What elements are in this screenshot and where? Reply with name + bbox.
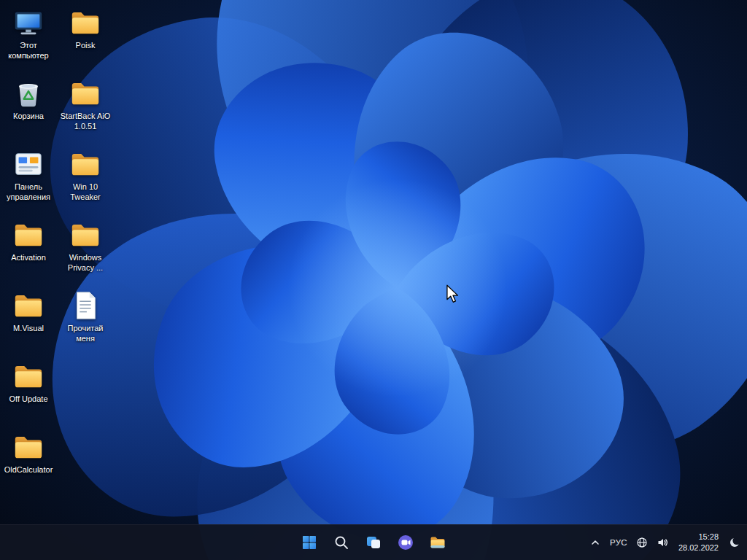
desktop-icon-activation[interactable]: Activation <box>0 217 57 287</box>
desktop-icon-win10-tweaker[interactable]: Win 10 Tweaker <box>57 146 114 217</box>
folder-icon <box>69 77 102 110</box>
volume-icon <box>657 537 668 548</box>
desktop-icon-readme[interactable]: Прочитай меня <box>57 287 114 358</box>
desktop-icon-label: Корзина <box>13 112 44 122</box>
folder-icon <box>69 147 102 181</box>
volume-button[interactable] <box>653 528 672 557</box>
desktop-icon-recycle-bin[interactable]: Корзина <box>0 75 57 146</box>
desktop-icon-off-update[interactable]: Off Update <box>0 358 57 429</box>
task-view-button[interactable] <box>359 528 388 557</box>
desktop-icon-label: OldCalculator <box>4 465 53 475</box>
tray-date: 28.02.2022 <box>678 542 719 553</box>
folder-icon <box>12 359 45 393</box>
taskbar: РУС 15:28 28.02.2022 <box>0 524 747 560</box>
desktop-icon-startback-aio[interactable]: StartBack AiO 1.0.51 <box>57 75 114 146</box>
windows-start-icon <box>301 534 318 551</box>
desktop-icon-label: M.Visual <box>13 324 44 334</box>
desktop-icon-label: Windows Privacy ... <box>58 253 112 273</box>
desktop-icon-label: Off Update <box>9 394 48 405</box>
control-panel-icon <box>12 147 45 181</box>
chat-icon <box>397 534 414 551</box>
desktop-icon-windows-privacy[interactable]: Windows Privacy ... <box>57 217 114 287</box>
search-button[interactable] <box>327 528 356 557</box>
desktop-icon-label: Этот компьютер <box>1 41 55 61</box>
chevron-up-icon <box>589 537 601 548</box>
network-button[interactable] <box>632 528 651 557</box>
desktop-icon-this-pc[interactable]: Этот компьютер <box>0 4 57 75</box>
folder-icon <box>12 430 45 464</box>
desktop-icon-poisk[interactable]: Poisk <box>57 4 114 75</box>
language-indicator[interactable]: РУС <box>606 528 631 557</box>
file-explorer-button[interactable] <box>423 528 452 557</box>
desktop-icon-label: Прочитай меня <box>58 324 112 344</box>
moon-icon <box>729 537 740 548</box>
folder-icon <box>12 289 45 322</box>
desktop-icon-control-panel[interactable]: Панель управления <box>0 146 57 217</box>
search-icon <box>333 534 350 551</box>
text-file-icon <box>69 289 102 322</box>
folder-icon <box>69 218 102 252</box>
desktop-icon-label: Activation <box>11 253 46 263</box>
recycle-bin-icon <box>12 77 45 110</box>
chat-button[interactable] <box>391 528 420 557</box>
desktop-icon-label: Панель управления <box>1 182 55 203</box>
computer-icon <box>12 6 45 39</box>
taskbar-center-group <box>295 525 452 560</box>
folder-icon <box>69 6 102 39</box>
task-view-icon <box>365 534 382 551</box>
tray-time: 15:28 <box>698 532 719 542</box>
start-button[interactable] <box>295 528 324 557</box>
desktop-icon-label: StartBack AiO 1.0.51 <box>58 112 112 132</box>
tray-clock[interactable]: 15:28 28.02.2022 <box>673 528 724 557</box>
desktop-icon-grid: Этот компьютер Корзина Панель управления… <box>0 4 114 499</box>
desktop-icon-oldcalculator[interactable]: OldCalculator <box>0 429 57 499</box>
desktop-icon-label: Poisk <box>76 41 96 51</box>
desktop-icon-label: Win 10 Tweaker <box>58 182 112 203</box>
folder-icon <box>12 218 45 252</box>
night-mode-button[interactable] <box>725 528 744 557</box>
taskbar-tray: РУС 15:28 28.02.2022 <box>586 525 744 560</box>
network-globe-icon <box>636 537 648 548</box>
desktop-icon-m-visual[interactable]: M.Visual <box>0 287 57 358</box>
tray-chevron-button[interactable] <box>586 528 605 557</box>
file-explorer-icon <box>429 534 446 551</box>
